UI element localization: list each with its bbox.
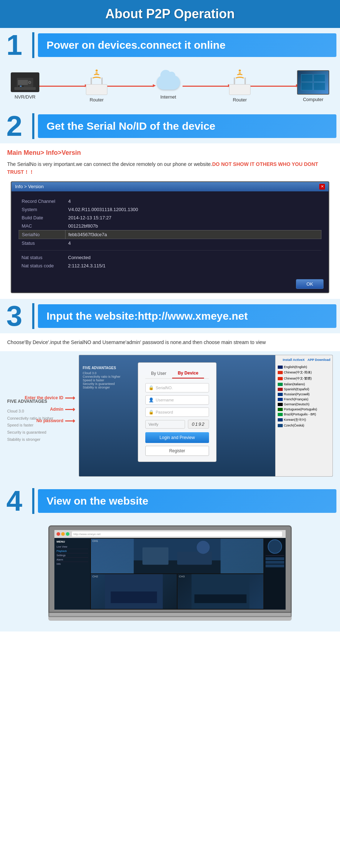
table-row: MAC 001212bf807b: [19, 222, 321, 230]
table-row: Status 4: [19, 239, 321, 247]
wifi-wave2-l: [234, 77, 245, 82]
flag-spanish: [278, 388, 283, 391]
flag-brazil: [278, 413, 283, 416]
ok-button[interactable]: OK: [296, 279, 324, 289]
screen-cell2: [314, 74, 325, 82]
info-table: Record Channel 4 System V4.02.R11.000311…: [19, 197, 321, 247]
screen-content: [301, 74, 326, 90]
step3-content: Choose'By Device'.input the SerialNO and…: [0, 333, 340, 351]
laptop-left-panel: MENU Live View Playback Settings Alarm I…: [54, 538, 90, 610]
password-field: 🔒 Password: [145, 407, 209, 417]
flag-chinese-t: [278, 377, 283, 380]
info-titlebar: Info > Version ✕: [11, 182, 329, 191]
ctrl-btn2: [266, 561, 284, 564]
register-button[interactable]: Register: [145, 446, 209, 456]
step4-laptop-container: http://www.xmeye.net MENU Live View Play…: [0, 518, 340, 631]
svg-rect-4: [18, 86, 19, 87]
lang-portuguese-label: Portuguese(Português): [284, 407, 317, 411]
table-row: Record Channel 4: [19, 197, 321, 205]
nvr-label: NVR/DVR: [15, 94, 36, 100]
nat-label: Nat status: [19, 253, 65, 262]
login-tab-row: By User By Device: [145, 368, 209, 379]
info-close-button[interactable]: ✕: [319, 184, 325, 190]
annotation-cloud: Enter the device ID ⟶: [25, 394, 75, 402]
arrow-line3: [183, 86, 229, 87]
menu-item3: Settings: [57, 553, 88, 558]
lang-french-label: French(Français): [284, 397, 309, 401]
laptop-bezel: http://www.xmeye.net MENU Live View Play…: [48, 525, 292, 613]
cam-label1: CH1: [92, 539, 98, 543]
svg-rect-13: [111, 592, 157, 603]
laptop-screen: MENU Live View Playback Settings Alarm I…: [54, 538, 286, 610]
lang-german[interactable]: German(Deutsch): [278, 402, 330, 407]
lang-portuguese[interactable]: Portuguese(Português): [278, 407, 330, 412]
lang-chinese-t[interactable]: Chinese(中文-繁體): [278, 376, 330, 382]
nvr-icon: [11, 72, 39, 92]
laptop-toolbar: http://www.xmeye.net: [54, 530, 286, 538]
lang-italian[interactable]: Italian(Italiano): [278, 382, 330, 387]
lang-czech-label: Czech(Česká): [284, 424, 304, 427]
step2-content: Main Menu> Info>Versin The SerialNo is v…: [0, 143, 340, 299]
step4-banner: 4 View on the website: [0, 484, 340, 518]
row-value: 4: [65, 197, 321, 205]
wifi-dot2: [239, 70, 241, 72]
lang-english[interactable]: English(English): [278, 364, 330, 369]
camera-ch2: CH2: [91, 574, 177, 609]
lang-korean[interactable]: Korean(한국어): [278, 417, 330, 423]
lang-spanish[interactable]: Spanish(Español): [278, 387, 330, 392]
username-placeholder: Username: [156, 398, 174, 402]
lang-chinese-s[interactable]: Chinese(中文-简体): [278, 369, 330, 376]
svg-rect-5: [20, 86, 21, 87]
lang-english-label: English(English): [284, 365, 307, 369]
username-icon: 👤: [149, 397, 154, 402]
step3-number: 3: [0, 302, 29, 330]
lang-brazil[interactable]: Brazil(Português - BR): [278, 412, 330, 417]
lang-german-label: German(Deutsch): [284, 402, 310, 406]
row-value: 4: [65, 239, 321, 247]
flag-korean: [278, 418, 283, 421]
annotation-admin: Admin ⟶: [50, 405, 75, 414]
nat-code-value: 2:112.124.3.115/1: [65, 262, 321, 270]
camera-image2: [91, 574, 177, 609]
lang-russian[interactable]: Russian(Русский): [278, 392, 330, 397]
svg-rect-6: [22, 86, 24, 87]
adv-speed-website: Speed is faster: [83, 378, 121, 382]
computer-screen: [298, 71, 329, 94]
lang-brazil-label: Brazil(Português - BR): [284, 412, 316, 416]
step3-banner: 3 Input the website:http://www.xmeye.net: [0, 299, 340, 333]
divider1: [266, 555, 284, 556]
connector1: [39, 86, 86, 87]
row-value: 001212bf807b: [65, 222, 321, 230]
camera-ch3: CH3: [178, 574, 263, 609]
laptop-base: [48, 613, 292, 617]
app-download-link[interactable]: APP Download: [307, 358, 330, 362]
camera-main: CH1: [91, 539, 263, 573]
laptop-mockup: http://www.xmeye.net MENU Live View Play…: [48, 525, 292, 621]
connector3: [183, 86, 229, 87]
info-title: Info > Version: [15, 184, 44, 189]
wifi-waves2: [234, 70, 245, 81]
flag-chinese-s: [278, 371, 283, 374]
nat-row: Nat status Connected: [19, 253, 321, 262]
serial-icon: 🔒: [149, 385, 154, 390]
step2-description: The SerialNo is very important.we can co…: [7, 160, 333, 176]
step3-description: Choose'By Device'.input the SerialNO and…: [7, 338, 333, 346]
info-window: Info > Version ✕ Record Channel 4 System…: [11, 181, 329, 293]
cloud-icon: [154, 72, 183, 92]
step4-number: 4: [0, 487, 29, 515]
flag-italian: [278, 383, 283, 386]
adv-conn-website: Connectivity ratio is higher: [83, 375, 121, 378]
camera-image1: [91, 539, 263, 573]
lang-czech[interactable]: Czech(Česká): [278, 423, 330, 428]
login-preview-button[interactable]: Login and Preview: [145, 432, 209, 443]
computer-label: Computer: [303, 97, 323, 102]
tab-by-user[interactable]: By User: [145, 368, 172, 378]
step1-banner: 1 Power on devices.connect it online: [0, 28, 340, 62]
tab-by-device[interactable]: By Device: [172, 368, 204, 378]
lang-french[interactable]: French(Français): [278, 397, 330, 402]
laptop-right-controls: [264, 538, 286, 610]
step4-divider: [32, 488, 34, 514]
menu-item5: Info: [57, 562, 88, 566]
install-activex-link[interactable]: Install ActiveX: [283, 358, 305, 362]
serial-label: SerialNo: [19, 230, 65, 239]
